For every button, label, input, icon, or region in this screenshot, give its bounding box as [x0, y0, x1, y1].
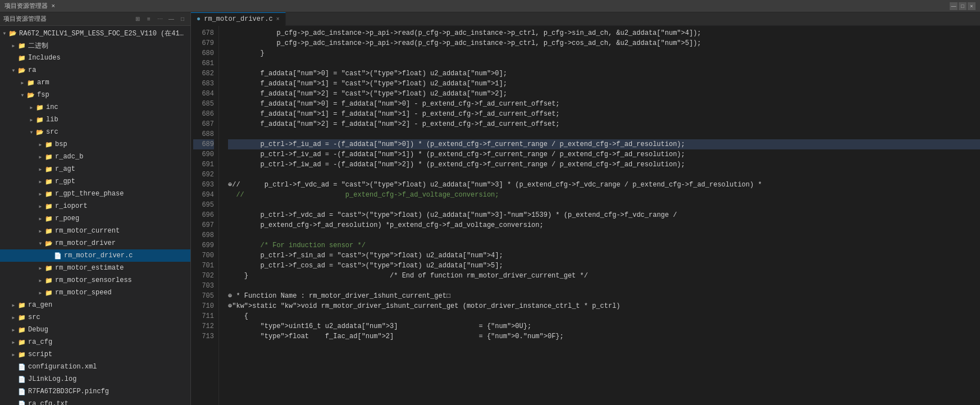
tree-icon-rm_motor_driver: 📂: [45, 240, 53, 247]
tree-icon-debug: 📁: [18, 326, 26, 334]
tree-item-binary[interactable]: ▶📁二进制: [0, 39, 190, 52]
tree-item-ra_cfg[interactable]: ▶📁ra_cfg: [0, 336, 190, 348]
tree-item-r_agt[interactable]: ▶📁r_agt: [0, 163, 190, 175]
minimize-sidebar-btn[interactable]: —: [167, 15, 176, 24]
sidebar: 项目资源管理器 ⊞ ≡ ⋯ — □ ▼📂RA6T2_MCILV1_SPM_LES…: [0, 12, 191, 405]
line-number-711: 711: [193, 311, 214, 321]
code-line-688: [228, 129, 980, 139]
tree-item-r7fa6t2bd3cfp[interactable]: 📄R7FA6T2BD3CFP.pincfg: [0, 385, 190, 398]
code-line-694: // p_extend_cfg->f_ad_voltage_conversion…: [228, 190, 980, 200]
tree-arrow-script: ▶: [9, 352, 18, 357]
tree-icon-rm_motor_driver_c: 📄: [54, 252, 62, 260]
main-layout: 项目资源管理器 ⊞ ≡ ⋯ — □ ▼📂RA6T2_MCILV1_SPM_LES…: [0, 12, 980, 405]
tree-item-rm_motor_driver[interactable]: ▼📂rm_motor_driver: [0, 237, 190, 249]
tree-label-jlinklog: JLinkLog.log: [28, 375, 186, 383]
tree-icon-rm_motor_current: 📁: [45, 227, 53, 235]
tree-arrow-binary: ▶: [9, 43, 18, 48]
tree-label-inc: inc: [46, 103, 186, 111]
tree-item-inc[interactable]: ▶📁inc: [0, 101, 190, 113]
line-number-697: 697: [193, 220, 214, 230]
tab-close-btn[interactable]: ×: [276, 16, 280, 22]
tree-item-ra[interactable]: ▼📂ra: [0, 64, 190, 76]
tree-label-binary: 二进制: [28, 41, 186, 51]
tree-icon-root: 📂: [9, 30, 17, 37]
line-number-712: 712: [193, 321, 214, 331]
line-number-688: 688: [193, 129, 214, 139]
maximize-sidebar-btn[interactable]: □: [178, 15, 187, 24]
tree-item-r_gpt_three_phase[interactable]: ▶📁r_gpt_three_phase: [0, 188, 190, 200]
tree-item-includes[interactable]: 📁Includes: [0, 52, 190, 64]
code-line-699: /* For induction sensor */: [228, 240, 980, 251]
line-number-690: 690: [193, 149, 214, 160]
code-content[interactable]: p_cfg->p_adc_instance->p_api->read(p_cfg…: [219, 26, 980, 405]
line-number-692: 692: [193, 170, 214, 180]
tree-item-rm_motor_speed[interactable]: ▶📁rm_motor_speed: [0, 286, 190, 299]
tree-label-arm: arm: [37, 79, 186, 87]
tree-icon-jlinklog: 📄: [18, 376, 26, 383]
sidebar-tree[interactable]: ▼📂RA6T2_MCILV1_SPM_LESS_FOC_E2S_V110 (在4…: [0, 26, 190, 405]
filter-icon-btn[interactable]: ⊞: [133, 15, 142, 24]
tree-item-arm[interactable]: ▶📁arm: [0, 76, 190, 89]
tree-item-src2[interactable]: ▶📁src: [0, 311, 190, 324]
tree-icon-r_ioport: 📁: [45, 203, 53, 210]
tree-item-bsp[interactable]: ▶📁bsp: [0, 138, 190, 151]
tree-item-fsp[interactable]: ▼📂fsp: [0, 89, 190, 101]
tree-label-r_gpt_three_phase: r_gpt_three_phase: [55, 190, 186, 198]
tree-item-debug[interactable]: ▶📁Debug: [0, 324, 190, 336]
tree-label-includes: Includes: [28, 54, 186, 62]
tree-item-jlinklog[interactable]: 📄JLinkLog.log: [0, 373, 190, 385]
editor-tab-rm-motor-driver[interactable]: ● rm_motor_driver.c ×: [191, 12, 286, 26]
tree-arrow-root: ▼: [0, 31, 9, 36]
tree-icon-r7fa6t2bd3cfp: 📄: [18, 388, 26, 395]
line-number-679: 679: [193, 38, 214, 48]
line-numbers: 6786796806816826836846856866876886896906…: [191, 26, 219, 405]
tree-label-rm_motor_speed: rm_motor_speed: [55, 289, 186, 297]
line-number-703: 703: [193, 281, 214, 291]
tree-item-configuration_xml[interactable]: 📄configuration.xml: [0, 361, 190, 373]
tree-label-rm_motor_estimate: rm_motor_estimate: [55, 264, 186, 272]
tree-item-r_ioport[interactable]: ▶📁r_ioport: [0, 200, 190, 212]
tree-icon-ra_cfg_txt: 📄: [18, 401, 26, 406]
code-line-703: [228, 281, 980, 291]
tree-item-r_poeg[interactable]: ▶📁r_poeg: [0, 212, 190, 225]
code-area: 6786796806816826836846856866876886896906…: [191, 26, 980, 405]
code-line-701: p_ctrl->f_cos_ad = "cast">("type">float)…: [228, 261, 980, 271]
tree-item-rm_motor_current[interactable]: ▶📁rm_motor_current: [0, 225, 190, 237]
tree-label-r_poeg: r_poeg: [55, 215, 186, 222]
code-line-712: "type">uint16_t u2_addata["num">3] = {"n…: [228, 321, 980, 331]
tree-item-r_gpt[interactable]: ▶📁r_gpt: [0, 175, 190, 188]
tree-item-root[interactable]: ▼📂RA6T2_MCILV1_SPM_LESS_FOC_E2S_V110 (在4…: [0, 27, 190, 39]
tree-item-ra_cfg_txt[interactable]: 📄ra_cfg.txt: [0, 398, 190, 405]
tree-item-r_adc_b[interactable]: ▶📁r_adc_b: [0, 151, 190, 163]
dots-icon-btn[interactable]: ⋯: [156, 15, 165, 24]
line-number-713: 713: [193, 331, 214, 342]
code-line-702: } /* End of function rm_motor_driver_cur…: [228, 271, 980, 281]
tree-item-rm_motor_estimate[interactable]: ▶📁rm_motor_estimate: [0, 262, 190, 274]
tree-item-rm_motor_sensorless[interactable]: ▶📁rm_motor_sensorless: [0, 274, 190, 286]
line-number-694: 694: [193, 190, 214, 200]
tree-arrow-debug: ▶: [9, 327, 18, 333]
editor-area: ● rm_motor_driver.c × 678679680681682683…: [191, 12, 980, 405]
tree-label-configuration_xml: configuration.xml: [28, 363, 186, 371]
tree-item-rm_motor_driver_c[interactable]: 📄rm_motor_driver.c: [0, 249, 190, 262]
tree-item-lib[interactable]: ▶📁lib: [0, 113, 190, 126]
tree-label-script: script: [28, 351, 186, 358]
code-line-700: p_ctrl->f_sin_ad = "cast">("type">float)…: [228, 251, 980, 261]
minimize-btn[interactable]: —: [950, 2, 958, 10]
tree-label-lib: lib: [46, 116, 186, 124]
code-line-689: p_ctrl->f_iu_ad = -(f_addata["num">0]) *…: [228, 139, 980, 149]
line-number-678: 678: [193, 28, 214, 38]
tree-arrow-arm: ▶: [18, 80, 27, 85]
collapse-icon-btn[interactable]: ≡: [144, 15, 153, 24]
close-btn[interactable]: ×: [968, 2, 976, 10]
code-line-678: p_cfg->p_adc_instance->p_api->read(p_cfg…: [228, 28, 980, 38]
code-line-690: p_ctrl->f_iv_ad = -(f_addata["num">1]) *…: [228, 149, 980, 160]
tree-label-r_gpt: r_gpt: [55, 178, 186, 185]
tree-item-ra_gen[interactable]: ▶📁ra_gen: [0, 299, 190, 311]
tree-item-src[interactable]: ▼📂src: [0, 126, 190, 138]
tree-icon-binary: 📁: [18, 42, 26, 49]
maximize-btn[interactable]: □: [959, 2, 967, 10]
title-bar-controls: — □ ×: [950, 2, 976, 10]
code-line-685: f_addata["num">0] = f_addata["num">0] - …: [228, 99, 980, 109]
tree-item-script[interactable]: ▶📁script: [0, 348, 190, 361]
